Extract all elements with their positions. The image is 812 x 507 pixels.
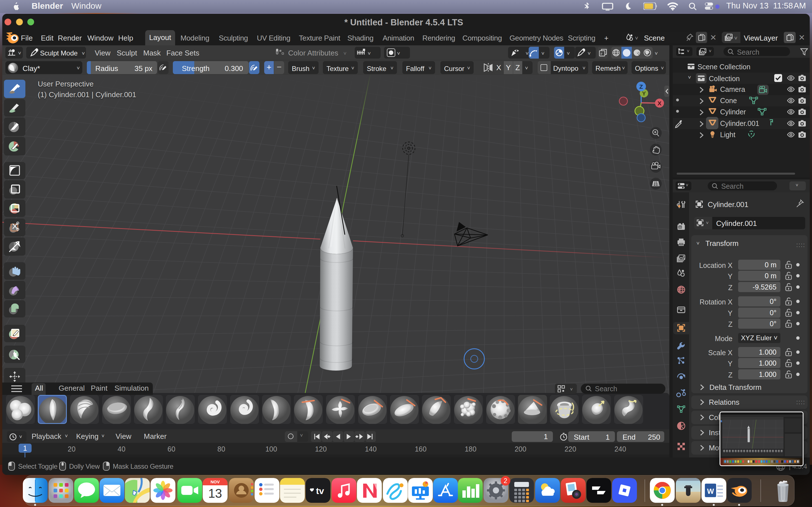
svg-text:Y: Y [642, 91, 646, 97]
svg-text:tv: tv [316, 486, 324, 496]
svg-text:W: W [707, 487, 714, 496]
svg-text:13: 13 [208, 487, 222, 500]
svg-text:X: X [658, 100, 661, 107]
svg-text:NOV: NOV [211, 480, 220, 484]
svg-text:Z: Z [640, 83, 643, 90]
